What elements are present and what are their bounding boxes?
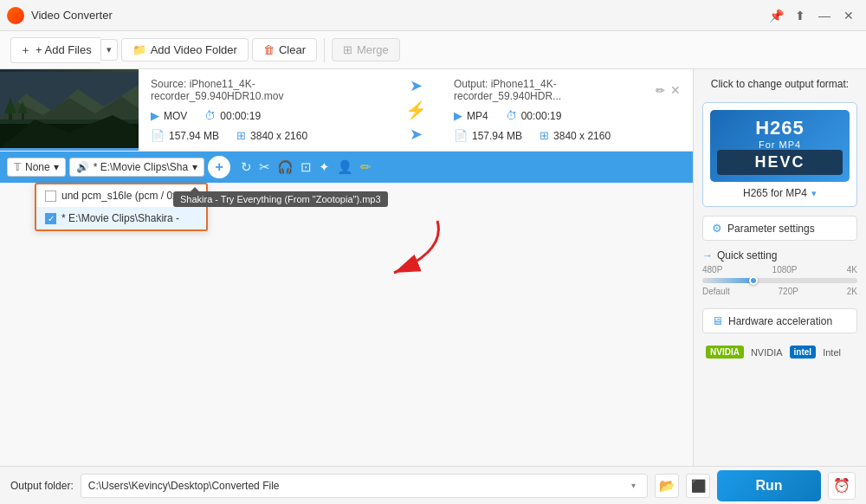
quick-setting-text: Quick setting — [717, 249, 777, 262]
arrow-right-icon: → — [702, 249, 713, 262]
run-button[interactable]: Run — [717, 470, 821, 501]
app-icon — [7, 7, 24, 24]
file-row: Source: iPhone11_4K-recorder_59.940HDR10… — [0, 69, 693, 152]
source-size: 📄 157.94 MB — [151, 129, 219, 142]
app-title: Video Converter — [31, 9, 113, 22]
output-info: Output: iPhone11_4K-recorder_59.940HDR..… — [442, 69, 693, 151]
add-files-button[interactable]: ＋ + Add Files — [10, 37, 100, 63]
source-size-text: 157.94 MB — [169, 130, 219, 142]
merge-button[interactable]: ⊞ Merge — [332, 38, 400, 61]
title-bar: Video Converter 📌 ⬆ — ✕ — [0, 0, 866, 31]
filter-icon: 𝕋 — [14, 161, 22, 173]
source-duration-text: 00:00:19 — [220, 110, 261, 122]
hw-accel-label: Hardware acceleration — [728, 315, 832, 327]
hevc-label: HEVC — [717, 150, 843, 175]
output-resolution: ⊞ 3840 x 2160 — [540, 129, 611, 142]
output-label: Output: iPhone11_4K-recorder_59.940HDR..… — [454, 78, 656, 102]
close-row-button[interactable]: ✕ — [670, 83, 681, 97]
quick-setting-label: → Quick setting — [702, 249, 857, 262]
minimize-button[interactable]: — — [814, 5, 835, 26]
plus-icon: ＋ — [20, 42, 31, 58]
red-arrow-annotation — [342, 216, 446, 289]
h265-label: H265 — [717, 117, 843, 139]
filter-none-selector[interactable]: 𝕋 None ▾ — [7, 158, 66, 177]
quality-720p-label: 720P — [779, 287, 798, 296]
output-folder-input[interactable]: C:\Users\Kevincy\Desktop\Converted File … — [81, 474, 648, 498]
output-size-text: 157.94 MB — [472, 130, 522, 142]
slider-thumb[interactable] — [749, 276, 758, 285]
arrow-area: ➤ ⚡ ➤ — [390, 69, 442, 151]
res-icon: ⊞ — [236, 129, 246, 142]
clear-button[interactable]: 🗑 Clear — [252, 38, 317, 61]
add-track-button[interactable]: + — [208, 156, 230, 178]
output-format-text: MP4 — [467, 110, 488, 122]
toolbar: ＋ + Add Files ▾ 📁 Add Video Folder 🗑 Cle… — [0, 31, 866, 69]
source-label: Source: iPhone11_4K-recorder_59.940HDR10… — [151, 78, 378, 102]
quality-slider-track[interactable] — [702, 278, 857, 283]
output-size-icon: 📄 — [454, 129, 468, 142]
share-button[interactable]: ⬆ — [790, 5, 811, 26]
output-format-icon: ▶ — [454, 109, 462, 122]
title-bar-right: 📌 ⬆ — ✕ — [766, 5, 859, 26]
audio-edit-icon[interactable]: 🎧 — [277, 159, 294, 175]
track2-label: * E:\Movie Clips\Shakira - — [61, 212, 179, 224]
export-icon: ⬛ — [691, 479, 706, 493]
merge-icon: ⊞ — [343, 43, 352, 56]
source-meta-row2: 📄 157.94 MB ⊞ 3840 x 2160 — [151, 129, 378, 142]
quality-labels-top: 480P 1080P 4K — [702, 265, 857, 275]
format-selector[interactable]: H265 For MP4 HEVC H265 for MP4 ▾ — [702, 102, 857, 207]
alarm-button[interactable]: ⏰ — [828, 472, 856, 500]
file-thumbnail — [0, 69, 139, 151]
track-dropdown-icon: ▾ — [192, 161, 197, 173]
pin-button[interactable]: 📌 — [766, 5, 786, 26]
export-button[interactable]: ⬛ — [686, 474, 710, 498]
rotate-icon[interactable]: ↻ — [241, 159, 252, 175]
edit-output-button[interactable]: ✏ — [656, 84, 665, 97]
audio-dropdown: und pcm_s16le (pcm / 0x... ✓ * E:\Movie … — [35, 183, 208, 231]
add-video-folder-button[interactable]: 📁 Add Video Folder — [121, 38, 249, 61]
effect-icon[interactable]: ✦ — [319, 159, 330, 175]
thumbnail-overlay — [0, 148, 139, 151]
filter-dropdown-icon: ▾ — [54, 161, 59, 173]
output-header: Output: iPhone11_4K-recorder_59.940HDR..… — [454, 78, 681, 102]
convert-arrow-icon: ➤ — [410, 76, 423, 95]
output-res-icon: ⊞ — [540, 129, 549, 142]
bottom-bar: Output folder: C:\Users\Kevincy\Desktop\… — [0, 466, 866, 504]
audio-icon: 🔊 — [76, 161, 89, 173]
browse-folder-button[interactable]: 📂 — [655, 474, 679, 498]
watermark-icon[interactable]: 👤 — [337, 159, 353, 175]
parameter-settings-button[interactable]: ⚙ Parameter settings — [702, 216, 857, 241]
output-folder-label: Output folder: — [10, 480, 74, 492]
output-clock-icon: ⏱ — [506, 109, 517, 122]
folder-icon: 📁 — [132, 43, 146, 56]
nvidia-badge: NVIDIA — [706, 346, 744, 359]
audio-section: 𝕋 None ▾ 🔊 * E:\Movie Clips\Sha ▾ + ↻ ✂ … — [0, 152, 693, 183]
hardware-acceleration-button[interactable]: 🖥 Hardware acceleration — [702, 308, 857, 333]
folder-dropdown-arrow: ▾ — [627, 481, 640, 490]
quality-1080p-label: 1080P — [772, 265, 798, 275]
audio-dropdown-item-2[interactable]: ✓ * E:\Movie Clips\Shakira - — [36, 207, 206, 229]
main-layout: Source: iPhone11_4K-recorder_59.940HDR10… — [0, 69, 866, 466]
content-area: Source: iPhone11_4K-recorder_59.940HDR10… — [0, 69, 693, 466]
cut-icon[interactable]: ✂ — [259, 159, 270, 175]
intel-text: Intel — [823, 347, 841, 358]
track1-label: und pcm_s16le (pcm / 0x... — [61, 190, 186, 202]
size-icon: 📄 — [151, 129, 165, 142]
add-video-folder-label: Add Video Folder — [151, 43, 237, 56]
audio-tooltip: Shakira - Try Everything (From "Zootopia… — [173, 191, 388, 207]
output-duration: ⏱ 00:00:19 — [506, 109, 562, 122]
audio-track-selector[interactable]: 🔊 * E:\Movie Clips\Sha ▾ — [69, 158, 204, 177]
cpu-icon: 🖥 — [712, 314, 723, 327]
for-mp4-label: For MP4 — [717, 139, 843, 150]
track1-checkbox[interactable] — [45, 191, 56, 202]
subtitle-icon[interactable]: ✏ — [360, 159, 372, 175]
quality-2k-label: 2K — [847, 287, 857, 296]
output-meta-row1: ▶ MP4 ⏱ 00:00:19 — [454, 109, 681, 122]
close-button[interactable]: ✕ — [838, 5, 859, 26]
crop-icon[interactable]: ⊡ — [301, 159, 312, 175]
add-files-dropdown-button[interactable]: ▾ — [100, 39, 118, 61]
tool-icons: ↻ ✂ 🎧 ⊡ ✦ 👤 ✏ — [241, 159, 372, 175]
title-bar-left: Video Converter — [7, 7, 113, 24]
format-selector-row: H265 for MP4 ▾ — [710, 187, 850, 199]
track2-checkbox[interactable]: ✓ — [45, 213, 56, 224]
